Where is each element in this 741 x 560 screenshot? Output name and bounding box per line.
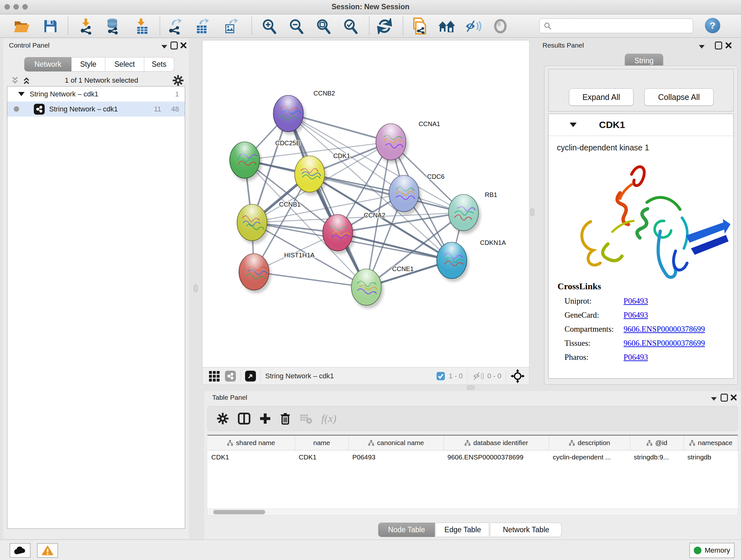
zoom-selected-icon[interactable] <box>341 17 359 35</box>
table-cell[interactable]: P06493 <box>348 450 444 464</box>
node-table[interactable]: shared namenamecanonical namedatabase id… <box>207 435 738 509</box>
column-header[interactable]: description <box>549 435 630 450</box>
save-session-icon[interactable] <box>42 17 59 35</box>
column-header-label: database identifier <box>473 439 528 447</box>
network-options-gear-icon[interactable] <box>172 75 184 86</box>
network-type-icon[interactable] <box>225 371 236 381</box>
tab-network[interactable]: Network <box>24 57 71 71</box>
table-row[interactable]: CDK1CDK1P064939606.ENSP00000378699cyclin… <box>207 450 738 464</box>
zoom-out-icon[interactable] <box>287 17 305 35</box>
search-icon <box>543 22 552 30</box>
import-table-icon[interactable] <box>133 17 151 35</box>
close-panel-icon[interactable] <box>179 42 188 49</box>
grid-view-icon[interactable] <box>208 370 220 382</box>
float-panel-icon[interactable] <box>714 42 723 49</box>
expand-all-chevron-icon[interactable] <box>22 76 30 84</box>
tab-select[interactable]: Select <box>105 57 144 71</box>
crosslink-value-link[interactable]: P06493 <box>623 353 648 362</box>
hide-panel-eye-icon[interactable] <box>464 17 482 35</box>
column-header[interactable]: @id <box>630 435 684 450</box>
network-node-cdk1[interactable]: CDK1 <box>294 152 350 195</box>
tab-network-table[interactable]: Network Table <box>491 523 562 537</box>
network-node-cdkn1a[interactable]: CDKN1A <box>437 239 506 282</box>
import-network-icon[interactable] <box>77 17 95 35</box>
crosslink-value-link[interactable]: P06493 <box>623 297 648 306</box>
search-input[interactable] <box>554 22 690 30</box>
memory-button[interactable]: Memory <box>689 543 735 558</box>
cloud-status-button[interactable] <box>10 543 30 558</box>
table-cell[interactable]: 9606.ENSP00000378699 <box>444 450 549 464</box>
crosslink-value-link[interactable]: 9606.ENSP00000378699 <box>623 325 705 334</box>
collapse-all-button[interactable]: Collapse All <box>644 88 714 106</box>
network-collection-row[interactable]: String Network – cdk1 1 <box>7 86 185 102</box>
show-column-icon[interactable] <box>238 413 251 425</box>
copy-network-icon[interactable] <box>410 17 428 35</box>
string-home-icon[interactable] <box>438 17 456 35</box>
collapse-all-chevron-icon[interactable] <box>11 76 19 84</box>
float-panel-menu-icon[interactable] <box>710 395 718 402</box>
network-node-cdc25b[interactable]: CDC25B <box>230 139 300 181</box>
tab-edge-table[interactable]: Edge Table <box>436 523 489 537</box>
table-cell[interactable]: stringdb <box>684 450 738 464</box>
crosslink-label: Tissues: <box>564 339 623 348</box>
zoom-in-icon[interactable] <box>260 17 278 35</box>
column-header[interactable]: canonical name <box>348 435 444 450</box>
network-node-cdc6[interactable]: CDC6 <box>389 173 445 215</box>
table-cell[interactable]: cyclin-dependent ... <box>549 450 630 464</box>
selected-checkbox-icon[interactable] <box>436 371 446 381</box>
column-header[interactable]: database identifier <box>444 435 549 450</box>
cloud-icon <box>14 546 26 555</box>
gene-section-header[interactable]: CDK1 <box>549 114 733 136</box>
float-panel-menu-icon[interactable] <box>160 43 169 51</box>
tab-sets[interactable]: Sets <box>144 57 174 71</box>
table-options-gear-icon[interactable] <box>217 413 229 425</box>
expand-all-button[interactable]: Expand All <box>569 88 633 106</box>
network-canvas[interactable]: CCNB2CCNA1CDC25BCDK1CDC6RB1CCNB1CCNA2CDK… <box>203 41 529 367</box>
hidden-eye-icon[interactable] <box>472 371 485 381</box>
export-image-icon[interactable] <box>222 17 240 35</box>
toolbar-separator <box>260 370 261 382</box>
network-node-ccna1[interactable]: CCNA1 <box>376 120 440 163</box>
add-column-icon[interactable] <box>259 413 271 424</box>
splitter-handle[interactable] <box>467 386 475 389</box>
tab-style[interactable]: Style <box>71 57 105 71</box>
table-cell[interactable]: CDK1 <box>295 450 348 464</box>
table-cell[interactable]: CDK1 <box>207 450 295 464</box>
export-table-icon[interactable] <box>194 17 212 35</box>
refresh-icon[interactable] <box>376 17 394 35</box>
table-cell[interactable]: stringdb:9... <box>630 450 684 464</box>
export-network-icon[interactable] <box>166 17 185 35</box>
column-header[interactable]: namespace <box>684 435 738 450</box>
section-expander-icon[interactable] <box>569 123 577 127</box>
crosslink-value-link[interactable]: P06493 <box>623 311 648 320</box>
column-header[interactable]: shared name <box>207 435 295 450</box>
delete-column-trash-icon[interactable] <box>280 413 291 425</box>
float-panel-icon[interactable] <box>170 42 178 49</box>
tree-expander-icon[interactable] <box>18 92 24 96</box>
crosslink-value-link[interactable]: 9606.ENSP00000378699 <box>623 339 705 348</box>
network-node-ccne1[interactable]: CCNE1 <box>351 265 414 309</box>
pan-crosshair-icon[interactable] <box>511 369 525 383</box>
network-node-rb1[interactable]: RB1 <box>448 191 497 234</box>
tab-node-table[interactable]: Node Table <box>378 523 435 537</box>
open-session-icon[interactable] <box>13 17 30 35</box>
import-database-icon[interactable] <box>104 17 122 35</box>
network-view-title: String Network – cdk1 <box>265 372 334 380</box>
warning-status-button[interactable] <box>37 543 58 558</box>
zoom-fit-icon[interactable] <box>314 17 332 35</box>
inactive-eye-icon[interactable] <box>491 17 509 35</box>
close-panel-icon[interactable] <box>724 42 733 49</box>
birdseye-view-icon[interactable] <box>245 371 256 381</box>
float-panel-icon[interactable] <box>720 394 728 401</box>
network-selection-row: 1 of 1 Network selected <box>3 75 189 86</box>
network-row-selected[interactable]: String Network – cdk1 11 48 <box>7 102 185 117</box>
gene-detail-card: CDK1 cyclin-dependent kinase 1 <box>548 114 734 379</box>
splitter-handle[interactable] <box>194 285 198 292</box>
column-header[interactable]: name <box>295 435 348 450</box>
scrollbar-thumb[interactable] <box>213 510 265 514</box>
help-icon[interactable]: ? <box>705 18 720 33</box>
horizontal-scrollbar[interactable] <box>207 509 738 516</box>
network-node-hist1h1a[interactable]: HIST1H1A <box>239 252 315 294</box>
close-panel-icon[interactable] <box>730 394 738 401</box>
float-panel-menu-icon[interactable] <box>697 43 706 51</box>
